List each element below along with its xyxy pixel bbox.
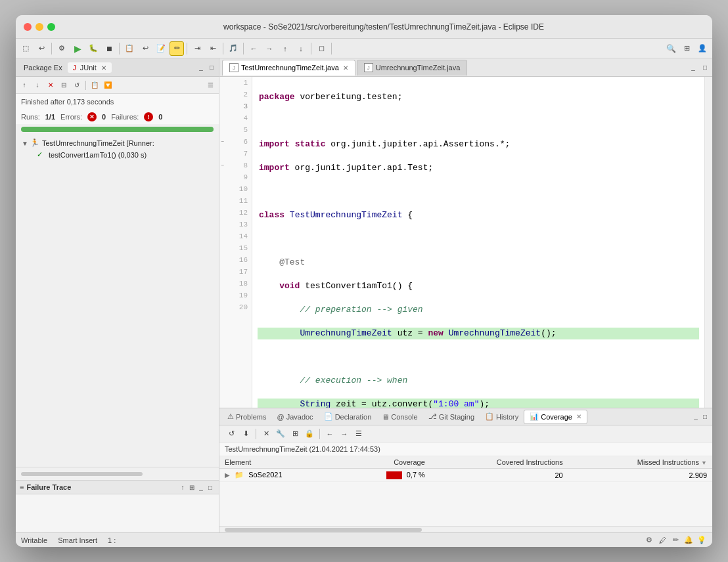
maximize-button[interactable] <box>47 23 55 31</box>
col-coverage[interactable]: Coverage <box>342 456 430 469</box>
bt-btn-5[interactable]: ⊞ <box>288 427 302 441</box>
status-right: ⚙ 🖊 ✏ 🔔 💡 <box>644 535 707 546</box>
toolbar-btn-16[interactable]: ◻ <box>314 41 329 56</box>
search-icon[interactable]: 🔍 <box>664 41 678 56</box>
coverage-tab-close[interactable]: ✕ <box>576 413 581 420</box>
bt-btn-6[interactable]: 🔒 <box>303 427 316 441</box>
panel-minimize[interactable]: _ <box>196 63 206 72</box>
failure-trace-btn-2[interactable]: ⊞ <box>187 483 196 492</box>
coverage-content: TestUmrechnungTimeZeit (21.04.2021 17:44… <box>219 443 712 526</box>
status-icon-1[interactable]: ⚙ <box>644 535 654 546</box>
status-icon-3[interactable]: ✏ <box>670 535 681 546</box>
tab-main-file[interactable]: J UmrechnungTimeZeit.java <box>357 60 468 76</box>
tab-junit-close[interactable]: ✕ <box>101 64 106 72</box>
toolbar-btn-11[interactable]: 🎵 <box>226 41 240 56</box>
bt-btn-1[interactable]: ↺ <box>225 427 238 441</box>
toolbar-btn-run[interactable]: ▶ <box>70 41 85 56</box>
status-icon-5[interactable]: 💡 <box>696 535 707 546</box>
col-covered[interactable]: Covered Instructions <box>430 456 568 469</box>
tab-junit[interactable]: J JUnit ✕ <box>68 62 112 73</box>
failure-trace-panel: ≡ Failure Trace ↑ ⊞ _ □ <box>16 480 219 532</box>
line-gutter: 1 2 3 4 5 –6 7 –8 9 10 11 12 13 14 15 16 <box>219 77 252 408</box>
toolbar-btn-13[interactable]: → <box>262 41 277 56</box>
minimize-button[interactable] <box>35 23 43 31</box>
bt-btn-9[interactable]: ☰ <box>352 427 365 441</box>
lpt-btn-down[interactable]: ↓ <box>32 79 43 91</box>
toolbar-btn-2[interactable]: ↩ <box>34 41 49 56</box>
editor-minimize[interactable]: _ <box>689 63 698 72</box>
bt-btn-2[interactable]: ⬇ <box>239 427 252 441</box>
status-insert-mode: Smart Insert <box>58 536 97 544</box>
bottom-scrollbar[interactable] <box>219 526 712 532</box>
status-icon-4[interactable]: 🔔 <box>683 535 694 546</box>
col-missed[interactable]: Missed Instructions ▼ <box>568 456 712 469</box>
gutter-16: 16 <box>219 254 252 266</box>
bottom-minimize[interactable]: _ <box>691 412 700 422</box>
gutter-10: 10 <box>219 183 252 195</box>
code-line-2 <box>258 115 699 127</box>
toolbar-btn-18[interactable]: 👤 <box>695 41 710 56</box>
status-icon-2[interactable]: 🖊 <box>657 535 668 546</box>
tab-history[interactable]: 📋 History <box>480 410 524 424</box>
lpt-btn-history[interactable]: 📋 <box>89 79 101 91</box>
tab-problems[interactable]: ⚠ Problems <box>222 410 271 424</box>
bt-btn-4[interactable]: 🔧 <box>274 427 287 441</box>
table-row[interactable]: ▶ 📁 SoSe2021 0,7 % 20 <box>219 469 712 482</box>
gutter-17: 17 <box>219 266 252 278</box>
editor-scrollbar[interactable] <box>704 77 712 408</box>
toolbar-btn-6[interactable]: 📋 <box>122 41 137 56</box>
tab-test-file[interactable]: J TestUmrechnungTimeZeit.java ✕ <box>222 60 355 76</box>
toolbar-btn-3[interactable]: ⚙ <box>55 41 69 56</box>
status-bar: Writable Smart Insert 1 : ⚙ 🖊 ✏ 🔔 💡 <box>16 532 712 547</box>
toolbar-btn-8[interactable]: 📝 <box>154 41 168 56</box>
tree-toggle-root[interactable]: ▼ <box>21 139 29 147</box>
bt-btn-8[interactable]: → <box>338 427 351 441</box>
toolbar-btn-debug[interactable]: 🐛 <box>86 41 101 56</box>
lpt-btn-filter[interactable]: 🔽 <box>102 79 114 91</box>
lpt-btn-rerun[interactable]: ↺ <box>71 79 83 91</box>
toolbar-btn-9[interactable]: ⇥ <box>190 41 204 56</box>
failure-trace-max[interactable]: □ <box>206 483 215 492</box>
toolbar-btn-10[interactable]: ⇤ <box>206 41 220 56</box>
code-line-11: UmrechnungTimeZeit utz = new UmrechnungT… <box>258 328 699 339</box>
toolbar-btn-5[interactable]: ⏹ <box>102 41 116 56</box>
toolbar-btn-14[interactable]: ↑ <box>278 41 292 56</box>
left-panel-tabs: Package Ex J JUnit ✕ _ □ <box>16 58 219 77</box>
bt-btn-3[interactable]: ✕ <box>260 427 273 441</box>
toolbar-btn-12[interactable]: ← <box>246 41 261 56</box>
status-writable: Writable <box>21 536 47 544</box>
lpt-btn-skip[interactable]: ⊟ <box>58 79 70 91</box>
main-area: Package Ex J JUnit ✕ _ □ ↑ ↓ ✕ ⊟ ↺ <box>16 58 712 532</box>
close-button[interactable] <box>24 23 32 31</box>
toolbar-btn-17[interactable]: ⊞ <box>679 41 694 56</box>
tab-declaration[interactable]: 📄 Declaration <box>319 410 377 424</box>
code-content[interactable]: package vorbereitung.testen; import stat… <box>252 77 704 408</box>
tab-package-explorer[interactable]: Package Ex <box>18 62 68 73</box>
toolbar-btn-7[interactable]: ↩ <box>138 41 152 56</box>
bt-btn-7[interactable]: ← <box>323 427 336 441</box>
failure-trace-btn-1[interactable]: ↑ <box>178 483 187 492</box>
left-panel: Package Ex J JUnit ✕ _ □ ↑ ↓ ✕ ⊟ ↺ <box>16 58 219 532</box>
tab-git-staging[interactable]: ⎇ Git Staging <box>423 410 480 424</box>
panel-stats: Runs: 1/1 Errors: ✕ 0 Failures: ! 0 <box>16 110 219 124</box>
tree-child-0[interactable]: ✓ testConvert1amTo1() (0,030 s) <box>16 149 219 161</box>
tab-javadoc[interactable]: @ Javadoc <box>271 410 318 424</box>
toolbar-btn-highlight[interactable]: ✏ <box>170 41 184 56</box>
lpt-btn-err[interactable]: ✕ <box>45 79 57 91</box>
tree-root[interactable]: ▼ 🏃 TestUmrechnungTimeZeit [Runner: <box>16 137 219 149</box>
progress-bar-fill <box>21 127 214 132</box>
toolbar-btn-15[interactable]: ↓ <box>294 41 308 56</box>
bottom-maximize[interactable]: □ <box>700 412 710 422</box>
coverage-run-label: TestUmrechnungTimeZeit (21.04.2021 17:44… <box>219 443 712 456</box>
failure-trace-min[interactable]: _ <box>196 483 206 492</box>
test-tree: ▼ 🏃 TestUmrechnungTimeZeit [Runner: ✓ te… <box>16 135 219 467</box>
tab-coverage[interactable]: 📊 Coverage ✕ <box>524 410 587 424</box>
panel-info: Finished after 0,173 seconds <box>16 94 219 110</box>
tab-test-close[interactable]: ✕ <box>343 64 348 72</box>
panel-maximize[interactable]: □ <box>207 63 216 72</box>
lpt-btn-up[interactable]: ↑ <box>18 79 30 91</box>
editor-maximize[interactable]: □ <box>700 63 710 72</box>
tab-console[interactable]: 🖥 Console <box>376 410 422 424</box>
toolbar-btn-1[interactable]: ⬚ <box>18 41 33 56</box>
lpt-btn-menu[interactable]: ☰ <box>204 79 216 91</box>
